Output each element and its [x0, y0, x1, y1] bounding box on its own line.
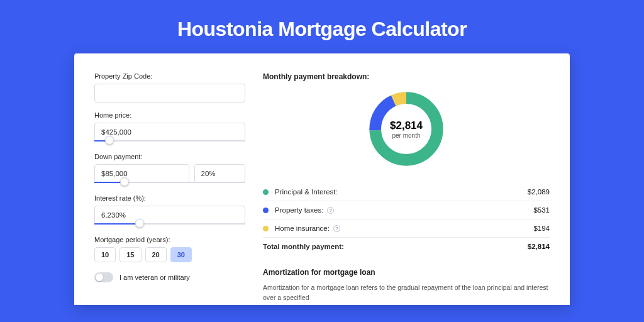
legend-label: Principal & Interest:	[275, 188, 528, 196]
help-icon[interactable]: ?	[327, 207, 334, 214]
period-option-30[interactable]: 30	[170, 247, 192, 262]
period-option-20[interactable]: 20	[145, 247, 167, 262]
legend-label: Property taxes:?	[275, 206, 533, 214]
breakdown-legend: Principal & Interest:$2,089Property taxe…	[263, 183, 550, 255]
legend-value: $2,089	[528, 188, 550, 196]
zip-label: Property Zip Code:	[94, 72, 245, 80]
interest-rate-input[interactable]	[94, 206, 245, 225]
legend-total-value: $2,814	[528, 243, 550, 250]
home-price-label: Home price:	[94, 111, 245, 119]
veteran-label: I am veteran or military	[119, 274, 190, 281]
calculator-card: Property Zip Code: Home price: Down paym…	[74, 53, 570, 305]
period-option-15[interactable]: 15	[119, 247, 141, 262]
down-payment-slider[interactable]	[94, 182, 245, 186]
legend-total-label: Total monthly payment:	[263, 243, 528, 250]
zip-input[interactable]	[94, 84, 245, 103]
form-panel: Property Zip Code: Home price: Down paym…	[94, 72, 245, 305]
interest-rate-label: Interest rate (%):	[94, 194, 245, 202]
payment-donut-chart: $2,814 per month	[367, 90, 445, 168]
page-title: Houstonia Mortgage Calculator	[0, 0, 644, 53]
donut-center-amount: $2,814	[390, 119, 423, 132]
breakdown-panel: Monthly payment breakdown: $2,814 per mo…	[263, 72, 550, 305]
legend-value: $194	[533, 225, 550, 232]
home-price-input[interactable]	[94, 123, 245, 142]
legend-value: $531	[533, 206, 550, 214]
amortization-body: Amortization for a mortgage loan refers …	[263, 283, 550, 303]
legend-row: Property taxes:?$531	[263, 201, 550, 219]
legend-dot-icon	[263, 226, 269, 231]
amortization-title: Amortization for mortgage loan	[263, 268, 550, 277]
legend-row: Principal & Interest:$2,089	[263, 183, 550, 201]
legend-dot-icon	[263, 208, 269, 213]
breakdown-title: Monthly payment breakdown:	[263, 72, 550, 81]
mortgage-period-label: Mortgage period (years):	[94, 236, 245, 243]
home-price-slider[interactable]	[94, 140, 245, 144]
legend-total-row: Total monthly payment:$2,814	[263, 238, 550, 255]
down-payment-percent-input[interactable]	[194, 164, 245, 183]
mortgage-period-segment: 10152030	[94, 247, 245, 262]
legend-label: Home insurance:?	[275, 225, 533, 232]
legend-dot-icon	[263, 189, 269, 195]
period-option-10[interactable]: 10	[94, 247, 116, 262]
down-payment-label: Down payment:	[94, 153, 245, 160]
veteran-toggle[interactable]	[94, 272, 113, 282]
down-payment-amount-input[interactable]	[94, 164, 189, 183]
help-icon[interactable]: ?	[333, 225, 340, 232]
legend-row: Home insurance:?$194	[263, 219, 550, 238]
donut-center-sub: per month	[392, 132, 420, 139]
interest-rate-slider[interactable]	[94, 223, 245, 227]
